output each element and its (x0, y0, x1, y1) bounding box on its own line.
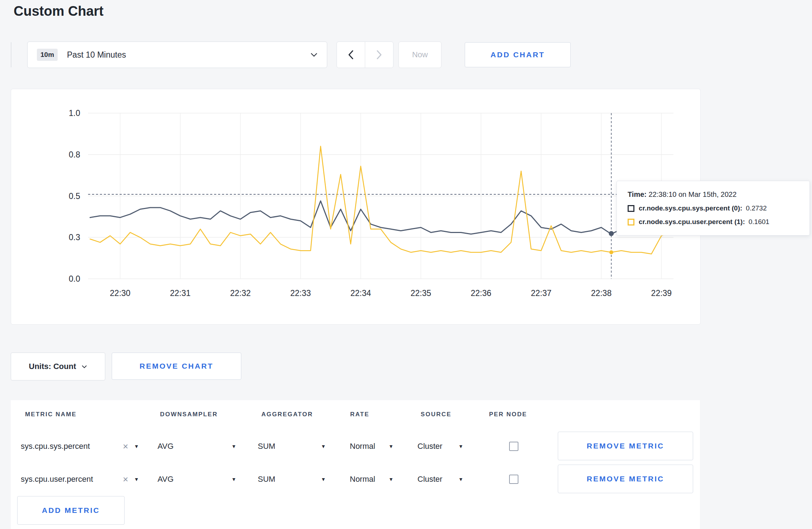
add-chart-button[interactable]: ADD CHART (465, 42, 571, 67)
svg-text:22:39: 22:39 (651, 288, 672, 298)
chevron-left-icon (348, 50, 354, 59)
rate-select[interactable]: Normal ▼ (350, 436, 393, 457)
caret-down-icon: ▼ (321, 444, 326, 449)
remove-chart-button[interactable]: REMOVE CHART (112, 353, 241, 380)
rate-value: Normal (350, 442, 375, 451)
svg-text:22:36: 22:36 (471, 288, 492, 298)
svg-text:22:37: 22:37 (531, 288, 552, 298)
downsampler-value: AVG (158, 475, 174, 484)
aggregator-value: SUM (258, 475, 275, 484)
col-header-rate: RATE (350, 411, 369, 418)
source-select[interactable]: Cluster ▼ (417, 436, 463, 457)
chevron-right-icon (376, 50, 382, 59)
tooltip-series-value: 0.2732 (746, 204, 767, 212)
rate-value: Normal (350, 475, 375, 484)
caret-down-icon: ▼ (231, 444, 236, 449)
close-icon[interactable]: × (123, 442, 128, 451)
toolbar-divider (11, 42, 11, 67)
page-title: Custom Chart (14, 4, 103, 19)
series-swatch-sys (628, 205, 634, 212)
tooltip-series-row: cr.node.sys.cpu.user.percent (1): 0.1601 (628, 218, 799, 226)
now-button[interactable]: Now (398, 42, 441, 68)
aggregator-select[interactable]: SUM ▼ (258, 469, 326, 490)
svg-text:22:38: 22:38 (591, 288, 612, 298)
downsampler-value: AVG (158, 442, 174, 451)
custom-chart-page: Custom Chart 10m Past 10 Minutes Now ADD… (0, 0, 812, 529)
svg-text:22:32: 22:32 (230, 288, 251, 298)
svg-text:22:31: 22:31 (170, 288, 191, 298)
rate-select[interactable]: Normal ▼ (350, 469, 393, 490)
svg-text:0.5: 0.5 (69, 191, 80, 201)
source-value: Cluster (417, 475, 443, 484)
time-range-label: Past 10 Minutes (67, 50, 126, 60)
aggregator-value: SUM (258, 442, 275, 451)
aggregator-select[interactable]: SUM ▼ (258, 436, 326, 457)
svg-text:22:34: 22:34 (351, 288, 371, 298)
tooltip-series-value: 0.1601 (749, 218, 769, 226)
caret-down-icon: ▼ (134, 477, 139, 482)
metrics-table: METRIC NAME DOWNSAMPLER AGGREGATOR RATE … (11, 400, 700, 529)
prev-interval-button[interactable] (337, 42, 365, 68)
svg-text:0.3: 0.3 (69, 233, 80, 242)
caret-down-icon: ▼ (231, 477, 236, 482)
chart-card: 0.00.30.50.81.022:3022:3122:3222:3322:34… (11, 89, 701, 325)
col-header-aggregator: AGGREGATOR (261, 411, 313, 418)
caret-down-icon: ▼ (321, 477, 326, 482)
tooltip-series-row: cr.node.sys.cpu.sys.percent (0): 0.2732 (628, 204, 799, 212)
svg-text:22:33: 22:33 (290, 288, 311, 298)
per-node-checkbox[interactable] (509, 475, 518, 484)
col-header-metric-name: METRIC NAME (25, 411, 77, 418)
series-swatch-user (628, 219, 634, 225)
tooltip-series-name: cr.node.sys.cpu.sys.percent (0): (639, 204, 742, 212)
svg-text:22:35: 22:35 (411, 288, 431, 298)
per-node-checkbox[interactable] (509, 442, 518, 451)
next-interval-button[interactable] (365, 42, 393, 68)
time-range-badge: 10m (37, 49, 58, 61)
svg-text:22:30: 22:30 (110, 288, 131, 298)
remove-metric-button[interactable]: REMOVE METRIC (558, 432, 693, 460)
source-value: Cluster (417, 442, 443, 451)
metric-name-value: sys.cpu.sys.percent (21, 442, 90, 451)
col-header-per-node: PER NODE (489, 411, 527, 418)
time-range-select[interactable]: 10m Past 10 Minutes (27, 42, 327, 68)
metric-name-select[interactable]: sys.cpu.user.percent × ▼ (21, 469, 139, 490)
tooltip-time-label: Time: (628, 190, 647, 198)
col-header-source: SOURCE (421, 411, 451, 418)
line-chart[interactable]: 0.00.30.50.81.022:3022:3122:3222:3322:34… (11, 89, 700, 324)
caret-down-icon: ▼ (388, 444, 393, 449)
downsampler-select[interactable]: AVG ▼ (158, 436, 236, 457)
caret-down-icon: ▼ (134, 444, 139, 449)
source-select[interactable]: Cluster ▼ (417, 469, 463, 490)
units-select[interactable]: Units: Count (11, 353, 105, 380)
downsampler-select[interactable]: AVG ▼ (158, 469, 236, 490)
time-nav-group (337, 42, 393, 68)
caret-down-icon: ▼ (458, 444, 463, 449)
units-label: Units: Count (29, 362, 76, 371)
tooltip-time-value: 22:38:10 on Mar 15th, 2022 (649, 190, 737, 198)
tooltip-series-name: cr.node.sys.cpu.user.percent (1): (639, 218, 745, 226)
remove-metric-button[interactable]: REMOVE METRIC (558, 465, 693, 493)
metric-name-select[interactable]: sys.cpu.sys.percent × ▼ (21, 436, 139, 457)
caret-down-icon: ▼ (458, 477, 463, 482)
chevron-down-icon (310, 53, 318, 57)
svg-text:1.0: 1.0 (69, 108, 80, 118)
chart-tooltip: Time: 22:38:10 on Mar 15th, 2022 cr.node… (617, 181, 810, 236)
add-metric-button[interactable]: ADD METRIC (17, 496, 125, 525)
chevron-down-icon (82, 365, 87, 368)
metric-name-value: sys.cpu.user.percent (21, 475, 93, 484)
svg-text:0.0: 0.0 (69, 274, 80, 283)
caret-down-icon: ▼ (388, 477, 393, 482)
tooltip-time-row: Time: 22:38:10 on Mar 15th, 2022 (628, 190, 799, 199)
svg-text:0.8: 0.8 (69, 150, 80, 159)
col-header-downsampler: DOWNSAMPLER (160, 411, 218, 418)
close-icon[interactable]: × (123, 475, 128, 484)
